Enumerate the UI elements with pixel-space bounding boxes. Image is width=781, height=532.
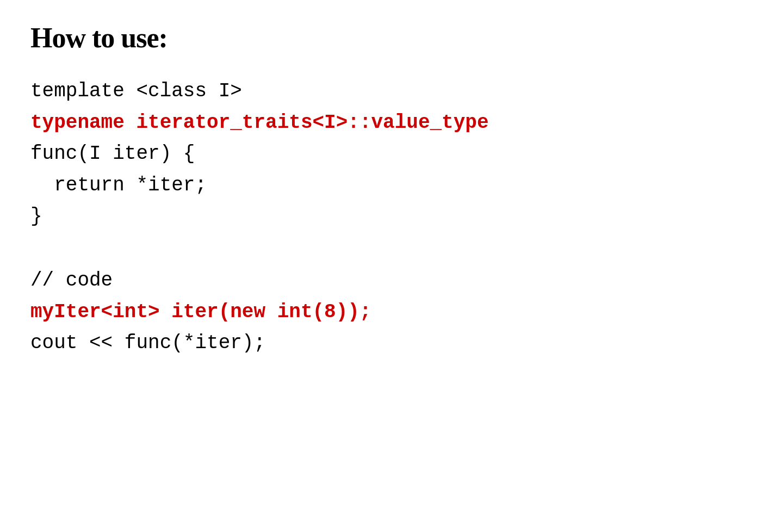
code-line-8: cout << func(*iter); [30,327,751,359]
page-title: How to use: [30,22,751,54]
section-gap [30,232,751,265]
code-line-6: // code [30,265,751,296]
code-line-2: typename iterator_traits<I>::value_type [30,107,751,139]
code-line-5: } [30,201,751,232]
code-section-1: template <class I> typename iterator_tra… [30,76,751,232]
code-line-7: myIter<int> iter(new int(8)); [30,296,751,328]
code-line-4: return *iter; [30,170,751,201]
code-line-1: template <class I> [30,76,751,107]
code-section-2: // code myIter<int> iter(new int(8)); co… [30,265,751,359]
code-line-3: func(I iter) { [30,138,751,170]
